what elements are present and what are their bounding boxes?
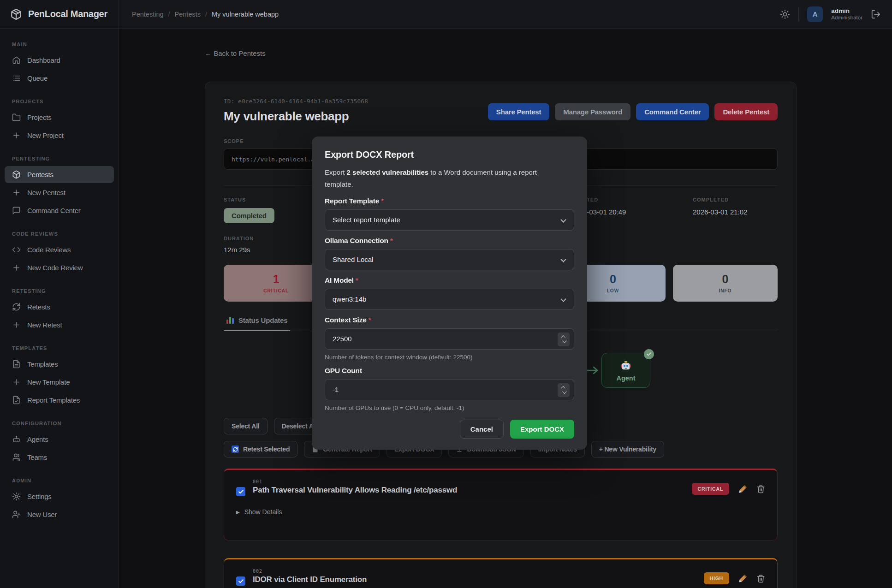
- cancel-button[interactable]: Cancel: [460, 420, 504, 439]
- sidebar-item-new-template[interactable]: New Template: [5, 374, 114, 391]
- sidebar-item-new-code-review[interactable]: New Code Review: [5, 259, 114, 276]
- vulnerability-checkbox[interactable]: [236, 576, 245, 586]
- severity-badge: HIGH: [704, 572, 729, 584]
- sidebar-item-label: New Code Review: [27, 264, 83, 272]
- bar-chart-icon: [226, 317, 234, 324]
- sidebar-section-pentesting: PENTESTING: [0, 145, 119, 165]
- ai-model-select[interactable]: qwen3:14b: [325, 289, 574, 310]
- sidebar-section-code-reviews: CODE REVIEWS: [0, 220, 119, 240]
- command-center-button[interactable]: Command Center: [636, 103, 709, 120]
- new-vulnerability-button[interactable]: + New Vulnerability: [591, 441, 664, 457]
- gpu-count-label: GPU Count: [325, 367, 574, 375]
- sidebar-item-queue[interactable]: Queue: [5, 70, 114, 87]
- sidebar-section-templates: TEMPLATES: [0, 334, 119, 355]
- robot-icon: [12, 435, 21, 444]
- severity-count: 0: [722, 273, 728, 285]
- sidebar-item-templates[interactable]: Templates: [5, 356, 114, 373]
- sidebar-item-settings[interactable]: Settings: [5, 488, 114, 505]
- field-label-text: Report Template: [325, 197, 379, 205]
- gpu-count-field: [325, 379, 574, 400]
- chevron-down-icon: [560, 256, 566, 262]
- select-all-button[interactable]: Select All: [224, 418, 268, 434]
- severity-label: INFO: [719, 288, 731, 293]
- ollama-connection-label: Ollama Connection *: [325, 237, 574, 245]
- file-check-icon: [12, 396, 21, 404]
- theme-toggle-button[interactable]: [780, 9, 790, 19]
- edit-pencil-icon[interactable]: [738, 574, 747, 583]
- sidebar-item-new-retest[interactable]: New Retest: [5, 316, 114, 333]
- agent-node[interactable]: Agent: [601, 353, 650, 388]
- tab-status-updates[interactable]: Status Updates: [224, 316, 290, 331]
- delete-pentest-button[interactable]: Delete Pentest: [714, 103, 778, 120]
- vulnerability-title: Path Traversal Vulnerability Allows Read…: [253, 486, 457, 495]
- sidebar-item-label: Code Reviews: [27, 246, 71, 254]
- description-bold: 2 selected vulnerabilities: [347, 168, 429, 176]
- breadcrumb-pentests[interactable]: Pentests: [175, 11, 201, 18]
- context-size-helper: Number of tokens for context window (def…: [325, 354, 574, 361]
- sidebar-item-command-center[interactable]: Command Center: [5, 202, 114, 219]
- retest-selected-button[interactable]: Retest Selected: [224, 441, 297, 457]
- show-details-toggle[interactable]: ▶ Show Details: [236, 508, 765, 516]
- sidebar-item-retests[interactable]: Retests: [5, 298, 114, 315]
- breadcrumb-separator: /: [168, 11, 170, 18]
- sidebar-section-projects: PROJECTS: [0, 88, 119, 108]
- sidebar-item-label: New Project: [27, 131, 64, 139]
- gpu-count-input[interactable]: [333, 380, 566, 400]
- sidebar-item-pentests[interactable]: Pentests: [5, 166, 114, 183]
- edit-pencil-icon[interactable]: [738, 485, 747, 493]
- user-name: admin: [831, 7, 862, 15]
- sidebar-item-report-templates[interactable]: Report Templates: [5, 392, 114, 409]
- trash-icon[interactable]: [756, 574, 765, 583]
- context-size-input[interactable]: [333, 329, 566, 349]
- sidebar-item-label: Dashboard: [27, 56, 60, 64]
- number-stepper[interactable]: [558, 383, 570, 397]
- breadcrumb-separator: /: [205, 11, 207, 18]
- app-brand[interactable]: PenLocal Manager: [0, 0, 119, 28]
- number-stepper[interactable]: [558, 333, 570, 346]
- severity-label: CRITICAL: [263, 288, 289, 293]
- sidebar-item-code-reviews[interactable]: Code Reviews: [5, 241, 114, 258]
- avatar[interactable]: A: [807, 6, 823, 22]
- button-label: + New Vulnerability: [599, 445, 656, 453]
- vulnerability-title: IDOR via Client ID Enumeration: [253, 575, 367, 584]
- scope-value: https://vuln.penlocal.a: [232, 156, 315, 163]
- field-label-text: Context Size: [325, 316, 367, 324]
- topbar: PenLocal Manager Pentesting / Pentests /…: [0, 0, 892, 29]
- plus-icon: [12, 263, 21, 272]
- share-pentest-button[interactable]: Share Pentest: [488, 103, 549, 120]
- sidebar-item-label: Agents: [27, 435, 48, 443]
- severity-count: 1: [273, 273, 279, 285]
- trash-icon[interactable]: [756, 485, 765, 493]
- export-docx-submit-button[interactable]: Export DOCX: [510, 420, 574, 439]
- sidebar-item-label: Templates: [27, 360, 58, 368]
- plus-icon: [12, 188, 21, 197]
- sidebar-item-agents[interactable]: Agents: [5, 431, 114, 448]
- ollama-connection-select[interactable]: Shared Local: [325, 249, 574, 270]
- breadcrumb: Pentesting / Pentests / My vulnerable we…: [119, 11, 279, 18]
- severity-label: LOW: [607, 288, 619, 293]
- sidebar-item-dashboard[interactable]: Dashboard: [5, 52, 114, 69]
- required-asterisk: *: [356, 276, 358, 284]
- list-icon: [12, 74, 21, 83]
- package-icon: [12, 170, 21, 179]
- breadcrumb-pentesting[interactable]: Pentesting: [132, 11, 164, 18]
- users-icon: [12, 453, 21, 462]
- vulnerability-checkbox[interactable]: [236, 487, 245, 496]
- manage-password-button[interactable]: Manage Password: [555, 103, 630, 120]
- plus-icon: [12, 378, 21, 386]
- sidebar-item-new-pentest[interactable]: New Pentest: [5, 184, 114, 201]
- sidebar-item-new-project[interactable]: New Project: [5, 127, 114, 144]
- required-asterisk: *: [390, 237, 393, 244]
- report-template-select[interactable]: Select report template: [325, 209, 574, 231]
- sidebar-item-new-user[interactable]: New User: [5, 506, 114, 523]
- export-docx-modal: Export DOCX Report Export 2 selected vul…: [312, 137, 587, 450]
- triangle-right-icon: ▶: [236, 510, 240, 515]
- field-label-text: AI Model: [325, 276, 354, 284]
- sidebar-item-projects[interactable]: Projects: [5, 109, 114, 126]
- logout-button[interactable]: [871, 9, 881, 19]
- back-to-pentests-link[interactable]: ← Back to Pentests: [205, 49, 266, 57]
- completed-label: COMPLETED: [693, 197, 747, 202]
- sidebar-item-teams[interactable]: Teams: [5, 449, 114, 466]
- topbar-divider: [798, 7, 799, 21]
- chat-icon: [12, 206, 21, 215]
